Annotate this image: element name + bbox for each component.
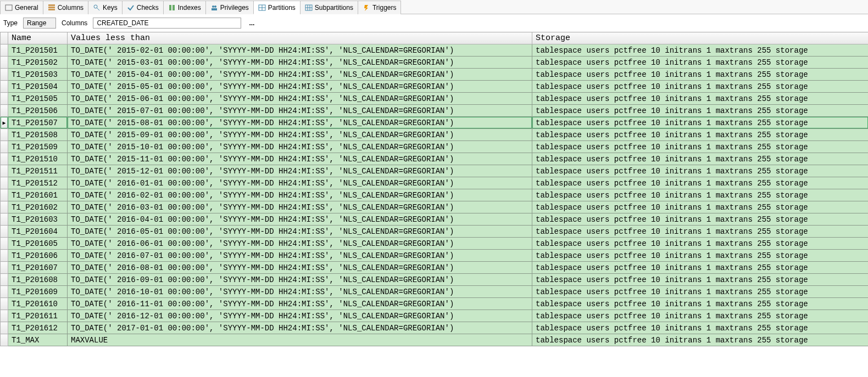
row-gutter[interactable]	[1, 57, 8, 69]
row-gutter[interactable]	[1, 201, 8, 213]
columns-field[interactable]: CREATED_DATE	[93, 18, 241, 29]
table-row[interactable]: T1_P201502TO_DATE(' 2015-03-01 00:00:00'…	[1, 57, 869, 69]
row-gutter[interactable]	[1, 141, 8, 153]
cell-values[interactable]: TO_DATE(' 2016-09-01 00:00:00', 'SYYYY-M…	[68, 274, 532, 286]
cell-values[interactable]: TO_DATE(' 2015-07-01 00:00:00', 'SYYYY-M…	[68, 105, 532, 117]
cell-name[interactable]: T1_P201606	[8, 250, 68, 262]
cell-values[interactable]: TO_DATE(' 2016-02-01 00:00:00', 'SYYYY-M…	[68, 189, 532, 201]
row-gutter[interactable]	[1, 129, 8, 141]
cell-name[interactable]: T1_P201608	[8, 274, 68, 286]
row-gutter[interactable]	[1, 44, 8, 57]
cell-storage[interactable]: tablespace users pctfree 10 initrans 1 m…	[532, 298, 869, 310]
cell-name[interactable]: T1_P201512	[8, 177, 68, 189]
tab-indexes[interactable]: Indexes	[163, 1, 206, 14]
cell-name[interactable]: T1_P201510	[8, 153, 68, 165]
cell-storage[interactable]: tablespace users pctfree 10 initrans 1 m…	[532, 274, 869, 286]
cell-values[interactable]: TO_DATE(' 2015-04-01 00:00:00', 'SYYYY-M…	[68, 69, 532, 81]
tab-privileges[interactable]: Privileges	[205, 1, 254, 14]
cell-storage[interactable]: tablespace users pctfree 10 initrans 1 m…	[532, 334, 869, 346]
cell-storage[interactable]: tablespace users pctfree 10 initrans 1 m…	[532, 226, 869, 238]
table-row[interactable]: T1_P201603TO_DATE(' 2016-04-01 00:00:00'…	[1, 213, 869, 226]
table-row[interactable]: T1_P201602TO_DATE(' 2016-03-01 00:00:00'…	[1, 201, 869, 213]
cell-name[interactable]: T1_P201612	[8, 322, 68, 334]
tab-partitions[interactable]: Partitions	[253, 1, 301, 14]
cell-storage[interactable]: tablespace users pctfree 10 initrans 1 m…	[532, 238, 869, 250]
cell-storage[interactable]: tablespace users pctfree 10 initrans 1 m…	[532, 57, 869, 69]
cell-values[interactable]: TO_DATE(' 2015-11-01 00:00:00', 'SYYYY-M…	[68, 153, 532, 165]
cell-name[interactable]: T1_P201603	[8, 213, 68, 226]
tab-columns[interactable]: Columns	[43, 1, 88, 14]
row-gutter[interactable]	[1, 165, 8, 177]
row-gutter[interactable]	[1, 213, 8, 226]
row-gutter[interactable]	[1, 334, 8, 346]
cell-values[interactable]: TO_DATE(' 2015-03-01 00:00:00', 'SYYYY-M…	[68, 57, 532, 69]
cell-storage[interactable]: tablespace users pctfree 10 initrans 1 m…	[532, 201, 869, 213]
cell-values[interactable]: TO_DATE(' 2015-12-01 00:00:00', 'SYYYY-M…	[68, 165, 532, 177]
table-row[interactable]: T1_P201608TO_DATE(' 2016-09-01 00:00:00'…	[1, 274, 869, 286]
table-row[interactable]: T1_P201501TO_DATE(' 2015-02-01 00:00:00'…	[1, 44, 869, 57]
row-gutter[interactable]	[1, 81, 8, 93]
partitions-grid[interactable]: Name Values less than Storage T1_P201501…	[0, 32, 868, 346]
tab-general[interactable]: General	[0, 1, 43, 14]
cell-storage[interactable]: tablespace users pctfree 10 initrans 1 m…	[532, 141, 869, 153]
cell-name[interactable]: T1_MAX	[8, 334, 68, 346]
row-gutter[interactable]	[1, 177, 8, 189]
cell-name[interactable]: T1_P201507	[8, 117, 68, 129]
cell-storage[interactable]: tablespace users pctfree 10 initrans 1 m…	[532, 213, 869, 226]
row-gutter[interactable]	[1, 310, 8, 322]
column-storage[interactable]: Storage	[532, 32, 869, 44]
table-row[interactable]: T1_MAXMAXVALUEtablespace users pctfree 1…	[1, 334, 869, 346]
row-gutter[interactable]: ▶	[1, 117, 8, 129]
cell-values[interactable]: TO_DATE(' 2015-06-01 00:00:00', 'SYYYY-M…	[68, 93, 532, 105]
cell-values[interactable]: TO_DATE(' 2017-01-01 00:00:00', 'SYYYY-M…	[68, 322, 532, 334]
cell-name[interactable]: T1_P201610	[8, 298, 68, 310]
table-row[interactable]: T1_P201503TO_DATE(' 2015-04-01 00:00:00'…	[1, 69, 869, 81]
row-gutter[interactable]	[1, 69, 8, 81]
cell-values[interactable]: TO_DATE(' 2015-02-01 00:00:00', 'SYYYY-M…	[68, 44, 532, 57]
cell-storage[interactable]: tablespace users pctfree 10 initrans 1 m…	[532, 310, 869, 322]
cell-storage[interactable]: tablespace users pctfree 10 initrans 1 m…	[532, 286, 869, 298]
cell-name[interactable]: T1_P201602	[8, 201, 68, 213]
table-row[interactable]: T1_P201512TO_DATE(' 2016-01-01 00:00:00'…	[1, 177, 869, 189]
cell-values[interactable]: TO_DATE(' 2015-05-01 00:00:00', 'SYYYY-M…	[68, 81, 532, 93]
row-gutter[interactable]	[1, 105, 8, 117]
table-row[interactable]: T1_P201605TO_DATE(' 2016-06-01 00:00:00'…	[1, 238, 869, 250]
cell-name[interactable]: T1_P201501	[8, 44, 68, 57]
cell-storage[interactable]: tablespace users pctfree 10 initrans 1 m…	[532, 189, 869, 201]
cell-values[interactable]: TO_DATE(' 2016-11-01 00:00:00', 'SYYYY-M…	[68, 298, 532, 310]
cell-values[interactable]: MAXVALUE	[68, 334, 532, 346]
table-row[interactable]: T1_P201607TO_DATE(' 2016-08-01 00:00:00'…	[1, 262, 869, 274]
row-gutter[interactable]	[1, 286, 8, 298]
cell-values[interactable]: TO_DATE(' 2015-09-01 00:00:00', 'SYYYY-M…	[68, 129, 532, 141]
cell-storage[interactable]: tablespace users pctfree 10 initrans 1 m…	[532, 153, 869, 165]
table-row[interactable]: T1_P201511TO_DATE(' 2015-12-01 00:00:00'…	[1, 165, 869, 177]
table-row[interactable]: T1_P201506TO_DATE(' 2015-07-01 00:00:00'…	[1, 105, 869, 117]
cell-values[interactable]: TO_DATE(' 2016-07-01 00:00:00', 'SYYYY-M…	[68, 250, 532, 262]
table-row[interactable]: T1_P201606TO_DATE(' 2016-07-01 00:00:00'…	[1, 250, 869, 262]
columns-browse-button[interactable]: ...	[247, 19, 257, 27]
cell-storage[interactable]: tablespace users pctfree 10 initrans 1 m…	[532, 262, 869, 274]
cell-storage[interactable]: tablespace users pctfree 10 initrans 1 m…	[532, 81, 869, 93]
cell-name[interactable]: T1_P201601	[8, 189, 68, 201]
cell-storage[interactable]: tablespace users pctfree 10 initrans 1 m…	[532, 322, 869, 334]
cell-values[interactable]: TO_DATE(' 2016-03-01 00:00:00', 'SYYYY-M…	[68, 201, 532, 213]
row-gutter[interactable]	[1, 153, 8, 165]
row-gutter[interactable]	[1, 298, 8, 310]
cell-storage[interactable]: tablespace users pctfree 10 initrans 1 m…	[532, 105, 869, 117]
row-gutter[interactable]	[1, 93, 8, 105]
tab-checks[interactable]: Checks	[122, 1, 164, 14]
cell-values[interactable]: TO_DATE(' 2015-08-01 00:00:00', 'SYYYY-M…	[68, 117, 532, 129]
cell-storage[interactable]: tablespace users pctfree 10 initrans 1 m…	[532, 129, 869, 141]
column-name[interactable]: Name	[8, 32, 68, 44]
type-field[interactable]: Range	[23, 18, 56, 29]
cell-name[interactable]: T1_P201505	[8, 93, 68, 105]
cell-values[interactable]: TO_DATE(' 2016-01-01 00:00:00', 'SYYYY-M…	[68, 177, 532, 189]
cell-name[interactable]: T1_P201503	[8, 69, 68, 81]
table-row[interactable]: T1_P201504TO_DATE(' 2015-05-01 00:00:00'…	[1, 81, 869, 93]
table-row[interactable]: T1_P201505TO_DATE(' 2015-06-01 00:00:00'…	[1, 93, 869, 105]
table-row[interactable]: T1_P201611TO_DATE(' 2016-12-01 00:00:00'…	[1, 310, 869, 322]
table-row[interactable]: T1_P201509TO_DATE(' 2015-10-01 00:00:00'…	[1, 141, 869, 153]
row-gutter[interactable]	[1, 189, 8, 201]
tab-triggers[interactable]: Triggers	[358, 1, 402, 14]
cell-name[interactable]: T1_P201511	[8, 165, 68, 177]
